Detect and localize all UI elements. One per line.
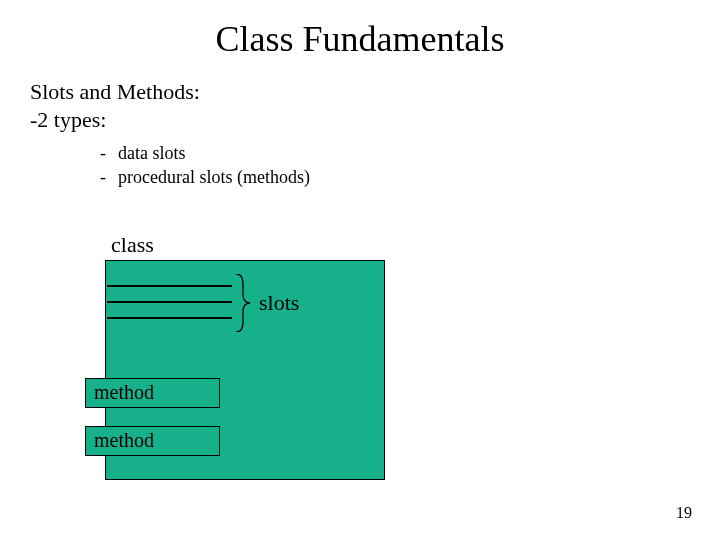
- subtitle-line: -2 types:: [30, 106, 720, 134]
- bullet-list: -data slots -procedural slots (methods): [100, 141, 720, 190]
- slot-line: [107, 301, 232, 303]
- bullet-item: -procedural slots (methods): [100, 165, 720, 189]
- subtitle: Slots and Methods: -2 types:: [30, 78, 720, 133]
- bullet-item: -data slots: [100, 141, 720, 165]
- slot-line: [107, 285, 232, 287]
- class-label: class: [111, 232, 410, 258]
- bullet-text: data slots: [118, 143, 186, 163]
- class-diagram: class slots method method: [105, 232, 410, 482]
- bullet-text: procedural slots (methods): [118, 167, 310, 187]
- subtitle-line: Slots and Methods:: [30, 78, 720, 106]
- page-title: Class Fundamentals: [0, 18, 720, 60]
- method-box: method: [85, 378, 220, 408]
- method-box: method: [85, 426, 220, 456]
- page-number: 19: [676, 504, 692, 522]
- brace-icon: [235, 274, 251, 332]
- slot-line: [107, 317, 232, 319]
- slots-label: slots: [259, 290, 299, 316]
